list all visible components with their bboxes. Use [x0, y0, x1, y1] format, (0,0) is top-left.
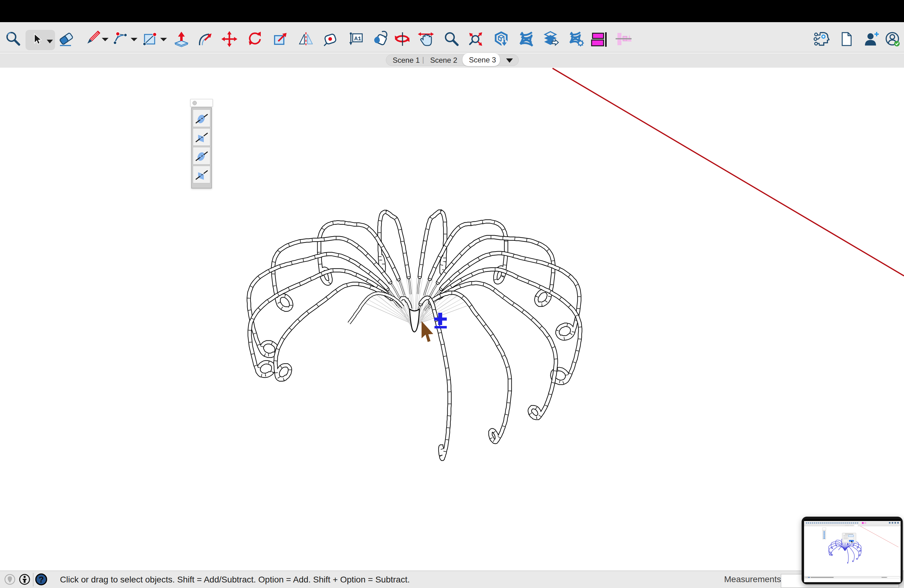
svg-text:?: ? — [38, 575, 44, 584]
svg-text:A1: A1 — [354, 35, 361, 42]
